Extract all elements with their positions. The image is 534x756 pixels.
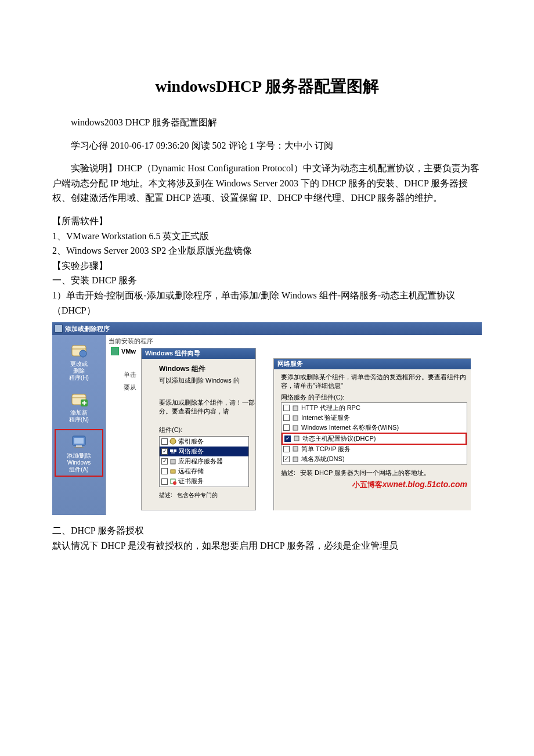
sidebar-item-change-remove[interactable]: 更改或 删除 程序(H)	[55, 339, 103, 384]
service-icon	[169, 438, 176, 445]
checkbox-icon[interactable]	[283, 405, 290, 411]
server-icon	[292, 456, 299, 463]
svg-rect-9	[74, 438, 84, 444]
checkbox-icon[interactable]	[161, 448, 168, 455]
sidebar: 更改或 删除 程序(H) 添加新 程序(N) 添加/删除 Windo	[52, 335, 106, 515]
step-2-body: 默认情况下 DHCP 是没有被授权的，如果想要启用 DHCP 服务器，必须是企业…	[52, 538, 482, 553]
window-titlebar: 添加或删除程序	[52, 322, 482, 335]
dialog-hint: 要添加或删除某个组件，请单击旁边的复选框部分。要查看组件内容，请单击"详细信息"	[274, 369, 471, 394]
svg-rect-11	[74, 447, 84, 448]
sidebar-item-add-new[interactable]: 添加新 程序(N)	[55, 387, 103, 426]
svg-rect-22	[293, 426, 298, 430]
component-row-index[interactable]: 索引服务	[160, 437, 248, 447]
box-plus-icon	[70, 390, 88, 408]
server-icon	[292, 405, 299, 412]
sub-label: 简单 TCP/IP 服务	[301, 445, 351, 453]
current-programs-label: 当前安装的程序	[109, 337, 482, 345]
step-1-title: 一、安装 DHCP 服务	[52, 273, 482, 288]
certificate-icon	[169, 478, 176, 485]
sidebar-label: 添加新	[70, 409, 88, 416]
server-icon	[292, 445, 299, 452]
component-row-remote-storage[interactable]: 远程存储	[160, 466, 248, 476]
checkbox-icon[interactable]	[161, 438, 168, 445]
checkbox-icon[interactable]	[161, 468, 168, 474]
wizard-heading: Windows 组件	[159, 365, 255, 373]
server-icon	[169, 458, 176, 465]
sub-label: HTTP 代理上的 RPC	[301, 404, 360, 412]
svg-rect-13	[170, 449, 173, 452]
sub-row-http-rpc[interactable]: HTTP 代理上的 RPC	[282, 403, 467, 413]
component-label: 证书服务	[178, 477, 204, 485]
document-title: windowsDHCP 服务器配置图解	[52, 75, 482, 98]
monitor-icon	[70, 433, 88, 451]
component-row-app-server[interactable]: 应用程序服务器	[160, 456, 248, 466]
svg-rect-21	[293, 416, 298, 420]
wizard-desc-text: 包含各种专门的	[177, 492, 218, 499]
sidebar-label: 程序(N)	[69, 416, 89, 423]
main-panel: 当前安装的程序 VMw 单击 要从 Windows 组件向导 Windows 组…	[106, 335, 482, 515]
svg-rect-14	[174, 449, 176, 452]
svg-rect-20	[293, 406, 298, 411]
window-title-text: 添加或删除程序	[65, 325, 110, 333]
sidebar-label: 添加/删除	[67, 452, 92, 459]
checkbox-icon[interactable]	[161, 458, 168, 465]
svc-desc-text: 安装 DHCP 服务器为同一个网络上的客地址。	[300, 469, 430, 477]
svg-point-12	[170, 438, 176, 444]
checkbox-icon[interactable]	[161, 478, 168, 485]
checkbox-icon[interactable]	[283, 424, 290, 431]
svg-rect-24	[293, 447, 298, 451]
storage-icon	[169, 468, 176, 475]
component-row-cert-services[interactable]: 证书服务	[160, 476, 248, 486]
network-icon	[169, 448, 176, 455]
svg-point-2	[80, 350, 86, 357]
wizard-hint: 要添加或删除某个组件，请！一部分。要查看组件内容，请	[159, 398, 255, 416]
component-label: 索引服务	[178, 438, 204, 445]
steps-heading: 【实验步骤】	[52, 258, 482, 273]
intro-line-2: 学习心得 2010-06-17 09:36:20 阅读 502 评论 1 字号：…	[52, 138, 482, 153]
checkbox-icon[interactable]	[283, 415, 290, 421]
label-click: 单击	[124, 371, 136, 379]
svg-point-19	[173, 481, 176, 485]
sub-label: 动态主机配置协议(DHCP)	[302, 435, 376, 442]
components-listbox[interactable]: 索引服务 网络服务 应用程序服务器	[159, 436, 249, 487]
step-2-title: 二、DHCP 服务器授权	[52, 523, 482, 538]
svg-rect-10	[76, 445, 82, 447]
wizard-titlebar: Windows 组件向导	[142, 348, 255, 359]
software-item-2: 2、Windows Server 2003 SP2 企业版原版光盘镜像	[52, 243, 482, 258]
sub-row-wins[interactable]: Windows Internet 名称服务(WINS)	[282, 423, 467, 433]
network-services-dialog: 网络服务 要添加或删除某个组件，请单击旁边的复选框部分。要查看组件内容，请单击"…	[273, 358, 471, 510]
server-icon	[293, 435, 300, 442]
sub-label: Internet 验证服务	[301, 414, 350, 422]
watermark-cn: 小五博客	[352, 480, 383, 489]
svg-rect-16	[171, 459, 175, 464]
program-row-vmware[interactable]: VMw	[121, 348, 136, 355]
components-list-label: 组件(C):	[159, 426, 255, 434]
screenshot-add-remove-programs: 添加或删除程序 更改或 删除 程序(H) 添加新 程序(N	[52, 322, 482, 515]
component-row-network-services[interactable]: 网络服务	[160, 447, 248, 456]
label-from: 要从	[124, 384, 136, 391]
sidebar-item-windows-components[interactable]: 添加/删除 Windows 组件(A)	[55, 429, 103, 477]
sidebar-label: 更改或	[70, 361, 88, 368]
checkbox-icon[interactable]	[283, 446, 290, 452]
vmware-icon	[111, 347, 119, 355]
sub-row-simple-tcpip[interactable]: 简单 TCP/IP 服务	[282, 444, 467, 454]
app-icon	[55, 325, 63, 333]
sidebar-label: 程序(H)	[69, 375, 89, 381]
software-heading: 【所需软件】	[52, 214, 482, 229]
svg-rect-17	[171, 470, 175, 473]
sub-row-dhcp[interactable]: 动态主机配置协议(DHCP)	[282, 433, 467, 445]
server-icon	[292, 424, 299, 431]
subcomponents-list-label: 网络服务 的子组件(C):	[274, 394, 471, 402]
sub-label: 域名系统(DNS)	[301, 455, 345, 463]
software-item-1: 1、VMware Workstation 6.5 英文正式版	[52, 229, 482, 244]
step-1-1: 1）单击开始-控制面板-添加或删除程序，单击添加/删除 Windows 组件-网…	[52, 288, 482, 318]
sub-row-dns[interactable]: 域名系统(DNS)	[282, 454, 467, 464]
checkbox-icon[interactable]	[284, 435, 291, 442]
sub-row-ias[interactable]: Internet 验证服务	[282, 413, 467, 423]
sidebar-label: 删除	[73, 368, 85, 375]
sub-label: Windows Internet 名称服务(WINS)	[301, 424, 399, 431]
subcomponents-listbox[interactable]: HTTP 代理上的 RPC Internet 验证服务 Windows Inte…	[281, 402, 467, 465]
intro-line-1: windows2003 DHCP 服务器配置图解	[52, 115, 482, 130]
checkbox-icon[interactable]	[283, 456, 290, 462]
wizard-desc-label: 描述:	[159, 492, 172, 499]
